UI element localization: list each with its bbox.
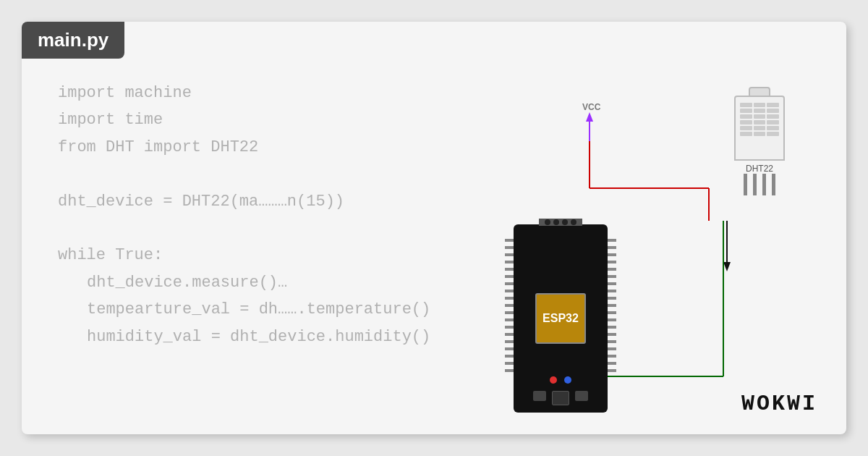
esp32-board: ESP32 — [514, 224, 608, 413]
title-bar: main.py — [22, 22, 124, 59]
esp32-comp3 — [575, 391, 588, 401]
esp32-bottom-components — [532, 391, 590, 405]
code-line-2: import time — [58, 106, 430, 133]
svg-text:VCC: VCC — [582, 102, 601, 112]
code-line-8: dht_device.measure()… — [58, 269, 430, 296]
led-red — [550, 376, 557, 384]
dht22-body — [734, 96, 785, 161]
dht22-pin-3 — [762, 174, 766, 195]
esp32-comp2 — [552, 391, 569, 405]
circuit-area: VCC — [441, 65, 803, 413]
dht22-notch — [749, 87, 770, 96]
esp32-chip: ESP32 — [535, 293, 586, 344]
esp32-top-connector — [539, 219, 582, 226]
dht22-pin-1 — [744, 174, 747, 195]
dht22-pin-4 — [772, 174, 775, 195]
code-area: import machine import time from DHT impo… — [58, 80, 430, 350]
led-blue — [564, 376, 571, 384]
code-line-3: from DHT import DHT22 — [58, 134, 430, 161]
dht22-pin-2 — [753, 174, 757, 195]
code-line-7: while True: — [58, 242, 430, 269]
dht22-label: DHT22 — [731, 164, 788, 174]
dht22-sensor: DHT22 — [731, 87, 788, 195]
code-line-6 — [58, 215, 430, 242]
code-line-1: import machine — [58, 80, 430, 106]
esp32-comp1 — [533, 391, 546, 401]
file-title: main.py — [38, 29, 109, 51]
code-line-9: tempearture_val = dh…….temperature() — [58, 296, 430, 323]
svg-marker-2 — [586, 112, 593, 122]
esp32-leds — [550, 376, 571, 384]
dht22-grid — [736, 97, 783, 142]
code-line-10: humidity_val = dht_device.humidity() — [58, 324, 430, 350]
svg-marker-7 — [723, 262, 731, 271]
esp32-pins-left — [505, 239, 514, 372]
esp32-pins-right — [608, 239, 616, 372]
wokwi-logo: WOKWi — [741, 390, 817, 417]
dht22-pins — [731, 174, 788, 195]
code-line-5: dht_device = DHT22(ma………n(15)) — [58, 188, 430, 215]
code-line-4 — [58, 161, 430, 187]
main-card: main.py import machine import time from … — [22, 22, 846, 434]
